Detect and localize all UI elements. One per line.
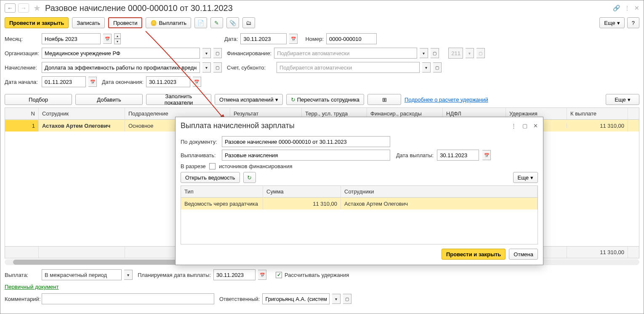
nav-back-button[interactable]: ←	[5, 3, 16, 13]
org-label: Организация:	[5, 50, 39, 56]
close-icon[interactable]: ✕	[634, 5, 639, 11]
payment-select[interactable]: В межрасчетный период	[42, 269, 122, 280]
chevron-down-icon: ▾	[530, 174, 533, 181]
pay-button[interactable]: 🪙Выплатить	[146, 17, 191, 28]
start-date-input[interactable]	[42, 76, 86, 87]
col-header-to-pay[interactable]: К выплате	[567, 108, 628, 119]
org-input[interactable]	[42, 48, 200, 59]
col-header-employee[interactable]: Сотрудник	[39, 108, 125, 119]
calc-holdings-checkbox[interactable]	[276, 272, 282, 278]
chevron-down-icon: ▾	[275, 97, 278, 103]
modal-close-icon[interactable]: ✕	[533, 123, 538, 129]
code-input-disabled: 211	[448, 48, 463, 59]
month-up-button[interactable]: ▲	[114, 33, 121, 39]
number-label: Номер:	[305, 36, 324, 42]
open-icon[interactable]: ▢	[343, 294, 351, 304]
dropdown-icon[interactable]: ▾	[422, 62, 431, 72]
coin-icon: 🪙	[150, 20, 157, 26]
modal-doc-input[interactable]	[222, 136, 390, 147]
modal-sources-label: источников финансирования	[219, 163, 293, 169]
open-icon[interactable]: ▢	[213, 48, 222, 58]
responsible-input[interactable]	[262, 293, 330, 304]
report-icon-button[interactable]: 📄	[194, 17, 207, 28]
cell-to-pay: 11 310,00	[567, 120, 628, 132]
dropdown-icon[interactable]: ▾	[202, 48, 211, 58]
table-more-button[interactable]: Еще ▾	[606, 94, 639, 105]
modal-pay-label: Выплачивать:	[181, 152, 218, 158]
calendar-icon[interactable]: 📅	[258, 270, 266, 280]
date-label: Дата:	[224, 36, 238, 42]
open-icon[interactable]: ▢	[213, 62, 222, 72]
dropdown-icon[interactable]: ▾	[420, 48, 428, 58]
comment-input[interactable]	[42, 293, 214, 304]
modal-col-employees[interactable]: Сотрудники	[341, 186, 538, 197]
end-date-input[interactable]	[146, 76, 190, 87]
modal-cell-employee: Астахов Артем Олегович	[341, 198, 538, 209]
col-header-n[interactable]: N	[5, 108, 39, 119]
responsible-label: Ответственный:	[219, 296, 260, 302]
cell-n: 1	[5, 120, 39, 132]
primary-doc-link[interactable]: Первичный документ	[5, 284, 59, 290]
post-and-close-button[interactable]: Провести и закрыть	[5, 17, 69, 28]
modal-col-type[interactable]: Тип	[181, 186, 263, 197]
modal-section-label: В разрезе	[181, 163, 206, 169]
nav-forward-button[interactable]: →	[18, 3, 29, 13]
number-input[interactable]	[326, 33, 377, 44]
start-date-label: Дата начала:	[5, 79, 39, 85]
account-input[interactable]: Подбирается автоматически	[277, 62, 420, 73]
cancel-corrections-button[interactable]: Отмена исправлений ▾	[215, 94, 283, 105]
table-settings-button[interactable]: ⊞	[367, 94, 401, 105]
open-sheet-button[interactable]: Открыть ведомость	[181, 172, 240, 183]
data-icon-button[interactable]: 🗂	[242, 17, 255, 28]
write-button[interactable]: Записать	[72, 17, 105, 28]
dropdown-icon[interactable]: ▾	[124, 270, 133, 280]
modal-kebab-icon[interactable]: ⋮	[511, 123, 516, 129]
modal-sources-checkbox[interactable]	[209, 163, 216, 169]
month-down-button[interactable]: ▼	[114, 39, 121, 44]
modal-maximize-icon[interactable]: ▢	[522, 123, 527, 129]
payment-label: Выплата:	[5, 272, 39, 278]
attach-icon-button[interactable]: 📎	[226, 17, 239, 28]
funding-input[interactable]: Подбирается автоматически	[274, 48, 417, 59]
modal-col-sum[interactable]: Сумма	[263, 186, 341, 197]
details-link[interactable]: Подробнее о расчете удержаний	[404, 97, 488, 103]
modal-refresh-button[interactable]: ↻	[243, 172, 256, 183]
calendar-icon[interactable]: 📅	[88, 77, 97, 87]
calendar-icon[interactable]: 📅	[103, 34, 112, 44]
accrual-label: Начисление:	[5, 64, 39, 71]
recalc-employee-button[interactable]: ↻ Пересчитать сотрудника	[286, 94, 364, 105]
modal-pay-input[interactable]	[222, 150, 390, 161]
pick-button[interactable]: Подбор	[5, 94, 72, 105]
favorite-star-icon[interactable]: ★	[33, 3, 41, 13]
kebab-icon[interactable]: ⋮	[624, 5, 630, 11]
month-input[interactable]	[42, 33, 101, 44]
open-icon[interactable]: ▢	[433, 62, 442, 72]
accrual-input[interactable]	[42, 62, 200, 73]
planned-date-label: Планируемая дата выплаты:	[138, 272, 211, 278]
funding-label: Финансирование:	[227, 50, 271, 56]
calendar-icon[interactable]: 📅	[193, 77, 201, 87]
add-button[interactable]: Добавить	[75, 94, 143, 105]
modal-cell-type: Ведомость через раздатчика	[181, 198, 263, 209]
calc-holdings-label: Рассчитывать удержания	[285, 272, 349, 278]
planned-date-input[interactable]	[213, 269, 255, 280]
dropdown-icon: ▾	[466, 48, 474, 58]
dropdown-icon[interactable]: ▾	[332, 294, 341, 304]
calendar-icon[interactable]: 📅	[289, 34, 298, 44]
modal-more-button[interactable]: Еще ▾	[513, 172, 538, 183]
modal-cancel-button[interactable]: Отмена	[509, 249, 538, 260]
fill-indicators-button[interactable]: Заполнить показатели	[146, 94, 211, 105]
modal-date-label: Дата выплаты:	[396, 152, 434, 158]
modal-post-close-button[interactable]: Провести и закрыть	[442, 249, 506, 260]
post-button[interactable]: Провести	[108, 17, 143, 28]
more-button[interactable]: Еще ▾	[599, 17, 624, 28]
open-icon[interactable]: ▢	[431, 48, 439, 58]
edit-icon-button[interactable]: ✎	[210, 17, 223, 28]
link-icon[interactable]: 🔗	[613, 5, 620, 11]
date-input[interactable]	[240, 33, 287, 44]
modal-date-input[interactable]	[437, 150, 479, 161]
calendar-icon[interactable]: 📅	[482, 150, 491, 160]
modal-table-row[interactable]: Ведомость через раздатчика 11 310,00 Аст…	[181, 198, 538, 209]
help-button[interactable]: ?	[627, 17, 639, 28]
dropdown-icon[interactable]: ▾	[202, 62, 211, 72]
